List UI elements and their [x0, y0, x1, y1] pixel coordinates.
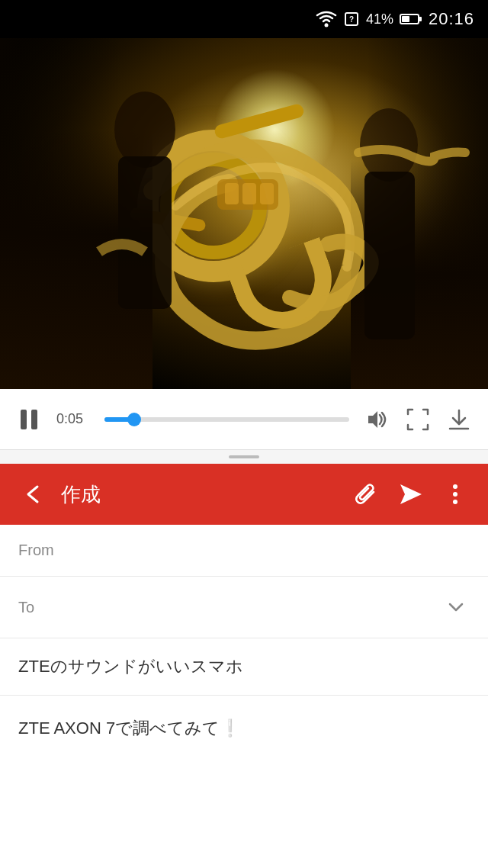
attach-button[interactable]: [348, 475, 386, 513]
svg-text:?: ?: [349, 15, 354, 24]
video-time: 0:05: [56, 411, 91, 427]
expand-recipients-button[interactable]: [442, 593, 470, 621]
svg-marker-18: [400, 484, 422, 504]
drag-line: [229, 455, 259, 458]
from-label: From: [18, 542, 72, 559]
svg-point-21: [453, 500, 458, 504]
to-field[interactable]: To: [0, 577, 488, 638]
svg-point-0: [324, 24, 328, 27]
from-field[interactable]: From: [0, 525, 488, 577]
back-button[interactable]: [14, 475, 52, 513]
video-controls-bar: 0:05: [0, 389, 488, 450]
drag-handle[interactable]: [0, 450, 488, 464]
status-time: 20:16: [429, 9, 474, 29]
subject-field[interactable]: ZTEのサウンドがいいスマホ: [0, 638, 488, 696]
svg-rect-4: [419, 17, 422, 21]
svg-rect-5: [402, 16, 409, 22]
compose-toolbar: 作成: [0, 464, 488, 525]
status-icons: ? 41% 20:16: [316, 9, 474, 29]
volume-button[interactable]: [363, 406, 390, 433]
svg-point-20: [453, 492, 458, 497]
svg-marker-16: [368, 411, 377, 428]
send-button[interactable]: [392, 475, 430, 513]
compose-title: 作成: [61, 481, 348, 508]
svg-point-19: [453, 484, 458, 489]
exclamation-mark: ❕: [220, 719, 240, 738]
body-value: ZTE AXON 7で調べてみて❕: [18, 719, 240, 738]
download-button[interactable]: [445, 406, 473, 433]
status-bar: ? 41% 20:16: [0, 0, 488, 38]
video-player[interactable]: [0, 38, 488, 389]
svg-rect-14: [21, 410, 27, 429]
svg-rect-15: [31, 410, 37, 429]
wifi-icon: [316, 11, 337, 27]
subject-value: ZTEのサウンドがいいスマホ: [18, 657, 243, 676]
video-frame: [0, 38, 488, 389]
progress-bar[interactable]: [104, 417, 349, 422]
body-field[interactable]: ZTE AXON 7で調べてみて❕: [0, 696, 488, 760]
to-label: To: [18, 599, 72, 616]
battery-percent: 41%: [366, 11, 393, 27]
pause-button[interactable]: [15, 406, 43, 433]
battery-icon: [400, 12, 422, 26]
progress-thumb[interactable]: [127, 413, 141, 426]
more-options-button[interactable]: [436, 475, 474, 513]
sim-icon: ?: [343, 11, 360, 27]
toolbar-actions: [348, 475, 474, 513]
fullscreen-button[interactable]: [404, 406, 432, 433]
